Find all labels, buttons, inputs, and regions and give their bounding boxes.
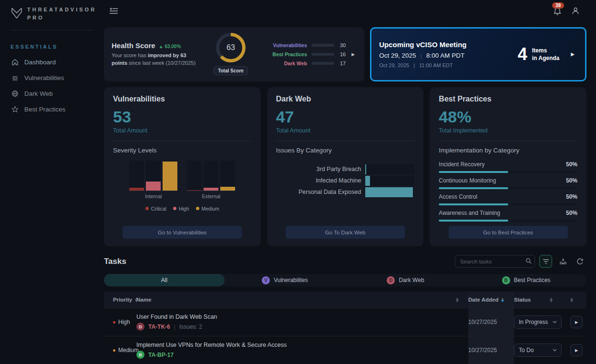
chevron-down-icon — [553, 349, 557, 352]
search-input[interactable] — [455, 255, 535, 268]
bug-icon — [10, 74, 19, 81]
meeting-title: Upcoming vCISO Meeting — [379, 40, 518, 49]
progress-continuous-monitoring: Continuous Monitoring50% — [439, 173, 577, 189]
shield-logo-icon — [10, 7, 23, 21]
tab-all[interactable]: All — [104, 274, 225, 286]
collapse-sidebar-icon[interactable] — [106, 4, 121, 18]
task-filter-tabs: All V Vulnerabilites D Dark Web B Best P… — [104, 274, 586, 286]
sidebar-item-dark-web[interactable]: Dark Web — [10, 86, 104, 101]
date-added-cell: 10/27/2025 — [468, 336, 514, 364]
health-expand-caret-icon[interactable]: ▶ — [349, 50, 357, 59]
open-task-button[interactable]: ▶ — [570, 344, 583, 356]
task-id: TA-TK-6 — [148, 324, 170, 330]
table-header: Priority Name Date Added Status — [104, 292, 586, 308]
tasks-title: Tasks — [104, 257, 126, 266]
card-title: Vulnerabilities — [113, 95, 252, 103]
severity-bar-chart: Internal External — [113, 161, 252, 199]
tab-best-practices[interactable]: B Best Practices — [466, 274, 586, 286]
notifications-bell-icon[interactable]: 39 — [553, 7, 562, 15]
progress-access-control: Access Control50% — [439, 189, 577, 205]
agenda-count: 4 — [518, 44, 527, 64]
bar-personal-data-exposed: Personal Data Exposed — [276, 187, 415, 197]
column-status: Status — [514, 297, 570, 303]
sidebar: THREATADVISOR PRO ESSENTIALS Dashboard V… — [0, 0, 104, 364]
refresh-button[interactable] — [574, 255, 586, 268]
bar-internal-medium — [163, 161, 177, 191]
top-row: Health Score ▲ 63.00% Your score has imp… — [104, 27, 586, 81]
legend-dot-medium — [196, 207, 199, 210]
status-dropdown[interactable]: To Do — [514, 344, 562, 357]
open-task-button[interactable]: ▶ — [570, 316, 583, 328]
section-title: Severity Levels — [113, 147, 252, 154]
sidebar-item-dashboard[interactable]: Dashboard — [10, 54, 104, 70]
divider — [439, 141, 577, 141]
progress-awareness-and-training: Awareness and Training50% — [439, 205, 577, 222]
health-stats: Vulnerabilities 30 Best Practices 16 Dar… — [260, 42, 346, 66]
task-name-cell: Implement Use VPNs for Remote Work & Sec… — [136, 342, 456, 359]
health-description: Your score has improved by 63 points sin… — [112, 52, 201, 67]
date-added-cell: 10/27/2025 — [468, 308, 514, 336]
go-to-vulnerabilities-button[interactable]: Go to Vulnerabilities — [123, 226, 242, 239]
go-to-best-practices-button[interactable]: Go to Best Practices — [449, 226, 568, 239]
tab-vulnerabilities[interactable]: V Vulnerabilites — [225, 274, 345, 286]
column-priority: Priority — [104, 297, 136, 303]
sidebar-nav: Dashboard Vulnerabilities Dark Web — [10, 54, 104, 117]
health-score-card: Health Score ▲ 63.00% Your score has imp… — [104, 27, 364, 81]
tasks-controls — [455, 255, 586, 268]
meeting-secondary-time: Oct 29, 2025|11:00 AM EDT — [379, 62, 518, 68]
app-logo: THREATADVISOR PRO — [10, 6, 104, 21]
implementation-progress-list: Incident Recovery50% Continuous Monitori… — [439, 157, 577, 222]
issues-bar-chart: 3rd Party Breach Infected Machine Person… — [276, 164, 415, 197]
meeting-caret-icon[interactable]: ▶ — [571, 51, 575, 57]
filter-button[interactable] — [539, 255, 552, 268]
task-title: User Found in Dark Web Scan — [136, 313, 456, 320]
stat-dark-web: Dark Web 17 — [263, 61, 346, 66]
task-id: TA-BP-17 — [148, 352, 174, 358]
archive-inbox-button[interactable] — [556, 255, 569, 268]
task-name-cell: User Found in Dark Web Scan D TA-TK-6 | … — [136, 313, 456, 331]
chevron-down-icon — [553, 321, 557, 324]
tasks-section: Tasks — [104, 255, 586, 364]
dark-web-total: 47 — [276, 108, 415, 126]
divider — [113, 141, 252, 141]
sidebar-divider — [10, 30, 93, 30]
vulnerabilities-badge: V — [262, 276, 270, 284]
sidebar-item-vulnerabilities[interactable]: Vulnerabilities — [10, 70, 104, 86]
tasks-header: Tasks — [104, 255, 586, 268]
health-info: Health Score ▲ 63.00% Your score has imp… — [112, 41, 201, 67]
column-date-added: Date Added — [468, 292, 514, 308]
legend-dot-high — [173, 207, 176, 210]
sidebar-item-label: Dark Web — [24, 90, 53, 97]
sort-status[interactable] — [550, 298, 553, 302]
best-practices-card: Best Practices 48% Total Implemented Imp… — [430, 87, 586, 246]
sort-name[interactable] — [456, 298, 468, 302]
sort-actions[interactable] — [570, 298, 586, 302]
stat-vulnerabilities: Vulnerabilities 30 — [263, 42, 346, 48]
sidebar-item-best-practices[interactable]: Best Practices — [10, 101, 104, 117]
vciso-meeting-card[interactable]: Upcoming vCISO Meeting Oct 29, 2025|8:00… — [370, 27, 586, 81]
sidebar-item-label: Dashboard — [24, 59, 56, 66]
sort-date-added[interactable] — [501, 298, 504, 302]
tab-dark-web[interactable]: D Dark Web — [345, 274, 466, 286]
vulnerabilities-total: 53 — [113, 108, 252, 126]
bar-internal-high — [146, 161, 161, 191]
task-title: Implement Use VPNs for Remote Work & Sec… — [136, 342, 456, 348]
internal-group: Internal — [129, 161, 177, 199]
donut-chart: 63 — [216, 33, 246, 62]
section-title: Issues By Category — [276, 147, 415, 154]
priority-dot — [113, 349, 115, 352]
dark-web-task-badge: D — [136, 323, 144, 331]
meeting-details: Upcoming vCISO Meeting Oct 29, 2025|8:00… — [379, 40, 518, 68]
status-dropdown[interactable]: In Progress — [514, 315, 562, 329]
go-to-dark-web-button[interactable]: Go To Dark Web — [286, 226, 405, 239]
health-trend-up: ▲ 63.00% — [159, 44, 181, 49]
sidebar-section-label: ESSENTIALS — [10, 44, 104, 50]
search-tasks — [455, 255, 535, 268]
topbar: 39 — [104, 0, 596, 21]
best-practices-badge: B — [502, 276, 510, 284]
dark-web-badge: D — [387, 276, 395, 284]
user-avatar-icon[interactable] — [571, 7, 580, 15]
card-subtitle: Total Amount — [276, 127, 415, 134]
best-practices-total: 48% — [439, 108, 577, 126]
priority-cell: High — [113, 319, 130, 325]
